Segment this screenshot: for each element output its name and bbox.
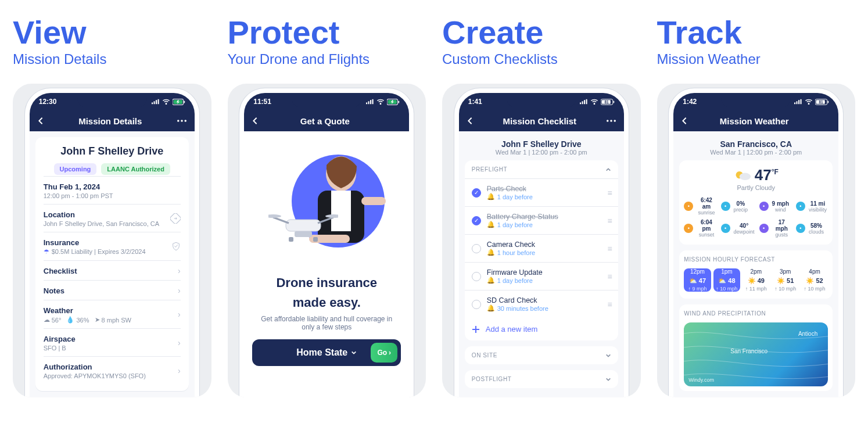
badge-upcoming: Upcoming — [54, 163, 97, 175]
checklist-item[interactable]: Camera Check🔔1 hour before≡ — [465, 234, 618, 262]
back-icon[interactable] — [252, 117, 258, 125]
stat-value: 58% — [810, 223, 822, 229]
hour-cell[interactable]: 2pm☀️ 49↑ 11 mph — [743, 268, 769, 292]
nav-title: Get a Quote — [300, 116, 350, 126]
svg-rect-7 — [184, 101, 185, 103]
row-location[interactable]: Location John F Shelley Drive, San Franc… — [44, 204, 181, 232]
bell-icon: 🔔 — [487, 277, 495, 284]
wind-map[interactable]: Antioch San Francisco — [684, 322, 828, 386]
shield-icon — [171, 242, 181, 251]
hour-label: 2pm — [743, 268, 769, 275]
svg-rect-48 — [801, 99, 802, 104]
hour-temp: 48 — [728, 277, 735, 284]
group-postflight[interactable]: POSTFLIGHT — [465, 370, 618, 388]
group-onsite[interactable]: ON SITE — [465, 346, 618, 364]
more-icon[interactable] — [177, 120, 186, 122]
wifi-icon — [376, 99, 385, 105]
hour-label: 4pm — [801, 268, 828, 275]
stat-value: 6:04 pm — [701, 219, 712, 232]
svg-point-49 — [809, 103, 809, 104]
checkbox[interactable]: ✓ — [472, 216, 481, 225]
hour-cell[interactable]: 4pm☀️ 52↑ 10 mph — [801, 268, 828, 292]
stat-icon: • — [684, 224, 693, 233]
notch — [721, 93, 791, 108]
svg-point-44 — [614, 120, 616, 122]
row-insurance[interactable]: Insurance ☂$0.5M Liability | Expires 3/2… — [44, 232, 181, 260]
stat-value: 40° — [740, 223, 748, 229]
checkbox[interactable] — [472, 244, 481, 253]
svg-rect-0 — [152, 102, 153, 104]
checkbox[interactable]: ✓ — [472, 188, 481, 198]
group-preflight[interactable]: PREFLIGHT — [465, 160, 618, 178]
svg-rect-2 — [156, 100, 157, 104]
signal-icon — [580, 99, 588, 105]
back-icon[interactable] — [682, 117, 687, 125]
hour-label: 12pm — [684, 268, 711, 275]
hour-label: 3pm — [772, 268, 798, 275]
checklist-mission-name: John F Shelley Drive — [465, 139, 618, 149]
panel-title: Track — [657, 16, 856, 49]
svg-rect-47 — [798, 100, 799, 104]
drag-handle-icon[interactable]: ≡ — [608, 216, 611, 225]
hour-cell[interactable]: 1pm⛅ 48↑ 10 mph — [713, 268, 740, 292]
row-weather[interactable]: Weather ☁56° 💧36% ➤8 mph SW › — [44, 300, 181, 328]
add-item-button[interactable]: Add a new item — [465, 318, 618, 340]
row-checklist[interactable]: Checklist › — [44, 260, 181, 280]
go-button[interactable]: Go› — [371, 343, 397, 363]
hero-image — [268, 137, 385, 271]
hour-weather-icon: ☀️ — [777, 277, 785, 284]
quote-headline-2: made easy. — [244, 295, 409, 310]
checklist-item[interactable]: ✓Parts Check🔔1 day before≡ — [465, 178, 618, 206]
status-time: 12:30 — [39, 98, 57, 106]
stat-icon: • — [759, 202, 769, 211]
drag-handle-icon[interactable]: ≡ — [608, 244, 611, 253]
svg-rect-31 — [289, 237, 293, 242]
stat-value: 0% — [737, 200, 745, 207]
checklist-item[interactable]: Firmware Update🔔1 day before≡ — [465, 262, 618, 290]
weather-stat: •11 mivisibility — [796, 197, 828, 216]
item-title: Firmware Update — [487, 268, 543, 277]
back-icon[interactable] — [467, 117, 473, 125]
checklist-item[interactable]: SD Card Check🔔30 minutes before≡ — [465, 290, 618, 318]
stat-label: gusts — [772, 232, 791, 238]
drag-handle-icon[interactable]: ≡ — [608, 188, 611, 198]
hour-cell[interactable]: 12pm⛅ 47↑ 9 mph — [684, 268, 711, 292]
panel-subtitle: Your Drone and Flights — [228, 51, 426, 67]
stat-icon: • — [684, 202, 693, 211]
wind-lines-icon — [684, 322, 828, 383]
row-notes[interactable]: Notes › — [44, 280, 181, 300]
item-reminder: 🔔1 day before — [487, 221, 558, 228]
svg-point-42 — [607, 120, 609, 122]
drag-handle-icon[interactable]: ≡ — [608, 272, 611, 281]
checkbox[interactable] — [472, 272, 481, 281]
checklist-mission-time: Wed Mar 1 | 12:00 pm - 2:00 pm — [465, 149, 618, 156]
wifi-icon — [805, 99, 813, 105]
drag-handle-icon[interactable]: ≡ — [608, 300, 611, 309]
home-state-select[interactable]: Home State Go› — [252, 339, 401, 366]
svg-text:81: 81 — [819, 100, 824, 104]
svg-line-28 — [318, 217, 333, 223]
auth-label: Authorization — [44, 363, 181, 371]
weather-stat: •6:42 amsunrise — [684, 197, 716, 216]
svg-point-43 — [610, 120, 612, 122]
back-icon[interactable] — [38, 117, 44, 125]
svg-rect-14 — [370, 100, 371, 104]
directions-icon — [170, 213, 181, 224]
quote-headline-1: Drone insurance — [244, 275, 409, 290]
row-airspace[interactable]: Airspace SFO | B › — [44, 328, 181, 356]
battery-icon — [173, 99, 185, 105]
location-label: Location — [44, 210, 181, 219]
svg-rect-45 — [794, 102, 795, 104]
location-value: John F Shelley Drive, San Francisco, CA — [44, 220, 181, 227]
checkbox[interactable] — [472, 300, 481, 309]
hour-cell[interactable]: 3pm☀️ 51↑ 10 mph — [772, 268, 798, 292]
weather-stat: •0%precip — [721, 197, 755, 216]
hour-weather-icon: ☀️ — [806, 277, 814, 284]
condition: Partly Cloudy — [684, 184, 828, 191]
notch — [77, 93, 147, 108]
bell-icon: 🔔 — [487, 193, 495, 200]
stat-value: 9 mph — [772, 200, 789, 207]
more-icon[interactable] — [607, 120, 616, 122]
row-authorization[interactable]: Authorization Approved: APYMOK1YMYS0 (SF… — [44, 356, 181, 384]
checklist-item[interactable]: ✓Battery Charge Status🔔1 day before≡ — [465, 206, 618, 234]
